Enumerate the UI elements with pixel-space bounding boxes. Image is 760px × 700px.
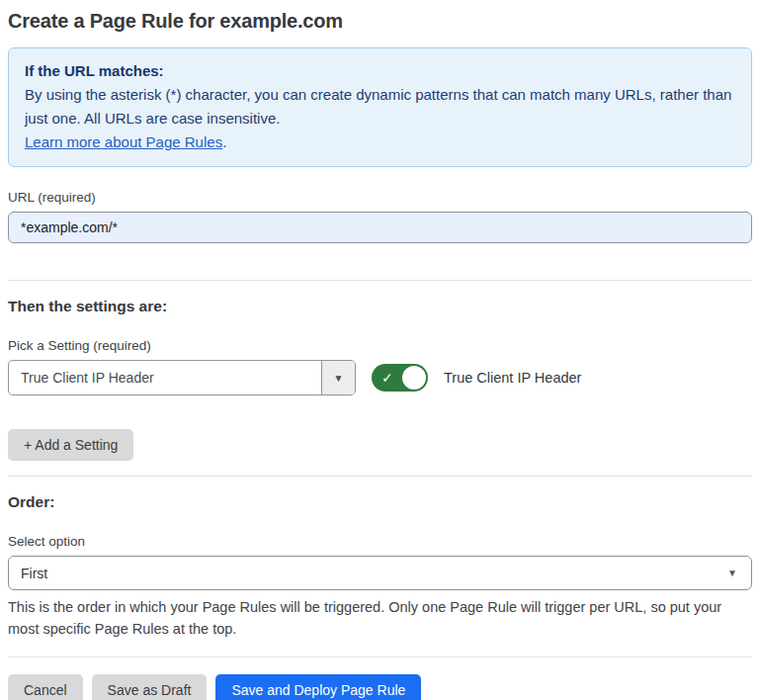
page-title: Create a Page Rule for example.com — [8, 10, 752, 33]
chevron-down-icon[interactable]: ▼ — [321, 361, 355, 394]
setting-select[interactable]: True Client IP Header ▼ — [8, 360, 356, 395]
section-divider — [8, 656, 752, 657]
order-help-text: This is the order in which your Page Rul… — [8, 596, 744, 640]
order-section-heading: Order: — [8, 493, 752, 511]
section-divider — [8, 476, 752, 477]
info-box-body: By using the asterisk (*) character, you… — [25, 83, 735, 131]
footer-buttons: Cancel Save as Draft Save and Deploy Pag… — [8, 674, 752, 700]
order-select-value: First — [21, 566, 727, 581]
url-input[interactable] — [8, 212, 752, 243]
add-setting-button[interactable]: + Add a Setting — [8, 429, 133, 461]
info-box-heading: If the URL matches: — [25, 59, 735, 83]
save-as-draft-button[interactable]: Save as Draft — [92, 674, 208, 700]
true-client-ip-toggle[interactable]: ✓ — [372, 364, 428, 392]
order-select-label: Select option — [8, 534, 752, 549]
learn-more-link[interactable]: Learn more about Page Rules — [25, 133, 222, 150]
chevron-down-icon: ▼ — [727, 568, 737, 578]
order-select[interactable]: First ▼ — [8, 556, 752, 590]
url-field-label: URL (required) — [8, 190, 752, 205]
save-and-deploy-button[interactable]: Save and Deploy Page Rule — [215, 674, 421, 700]
toggle-knob — [402, 366, 426, 390]
cancel-button[interactable]: Cancel — [8, 674, 83, 700]
info-link-line: Learn more about Page Rules. — [25, 131, 735, 154]
toggle-label: True Client IP Header — [444, 370, 581, 386]
setting-row: True Client IP Header ▼ ✓ True Client IP… — [8, 360, 752, 395]
section-divider — [8, 280, 752, 281]
settings-section-heading: Then the settings are: — [8, 298, 752, 315]
setting-select-value: True Client IP Header — [9, 361, 321, 394]
link-suffix: . — [222, 133, 226, 150]
pick-setting-label: Pick a Setting (required) — [8, 338, 752, 353]
checkmark-icon: ✓ — [381, 371, 393, 385]
url-match-info-box: If the URL matches: By using the asteris… — [8, 47, 752, 167]
